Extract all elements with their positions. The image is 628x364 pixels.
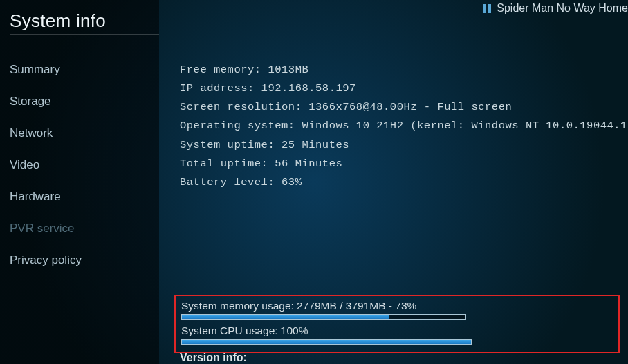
info-screen-resolution: Screen resolution: 1366x768@48.00Hz - Fu… [180, 98, 622, 117]
memory-usage-bar [181, 314, 466, 320]
sidebar-item-privacy[interactable]: Privacy policy [10, 245, 159, 276]
version-info-heading: Version info: [180, 352, 247, 364]
info-free-memory: Free memory: 1013MB [180, 61, 622, 79]
usage-highlight-box: System memory usage: 2779MB / 3791MB - 7… [174, 295, 620, 353]
info-system-uptime: System uptime: 25 Minutes [180, 136, 622, 155]
sidebar-nav: Summary Storage Network Video Hardware P… [10, 54, 159, 276]
cpu-usage-label: System CPU usage: 100% [181, 325, 613, 337]
summary-info-panel: Free memory: 1013MB IP address: 192.168.… [180, 61, 622, 192]
sidebar-item-summary[interactable]: Summary [10, 54, 159, 86]
page-title: System info [10, 10, 159, 32]
sidebar: System info Summary Storage Network Vide… [0, 0, 159, 364]
memory-usage-bar-fill [182, 315, 389, 319]
info-operating-system: Operating system: Windows 10 21H2 (kerne… [180, 117, 622, 135]
title-underline [10, 34, 159, 35]
memory-usage-label: System memory usage: 2779MB / 3791MB - 7… [181, 300, 613, 312]
sidebar-item-hardware[interactable]: Hardware [10, 181, 159, 213]
cpu-usage-bar [181, 339, 472, 345]
cpu-usage-bar-fill [182, 340, 471, 344]
sidebar-item-pvr[interactable]: PVR service [10, 213, 159, 245]
pause-icon [483, 4, 491, 13]
info-total-uptime: Total uptime: 56 Minutes [180, 155, 622, 173]
sidebar-item-network[interactable]: Network [10, 117, 159, 149]
sidebar-item-video[interactable]: Video [10, 149, 159, 181]
now-playing-title: Spider Man No Way Home [497, 2, 628, 15]
info-battery-level: Battery level: 63% [180, 173, 622, 192]
now-playing-indicator: Spider Man No Way Home [483, 2, 628, 15]
sidebar-item-storage[interactable]: Storage [10, 86, 159, 117]
info-ip-address: IP address: 192.168.58.197 [180, 79, 622, 98]
